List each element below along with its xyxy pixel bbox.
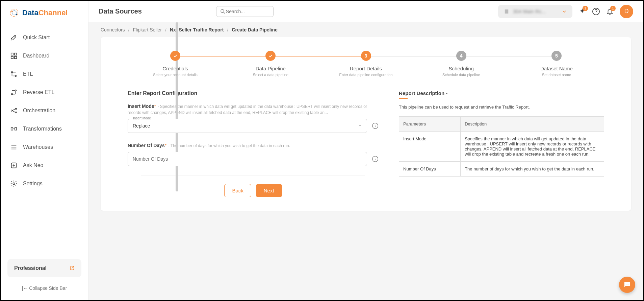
field-label: Insert Mode* <box>128 103 156 109</box>
description-heading: Report Description - <box>399 90 604 96</box>
content-card: Credentials Select your account details … <box>101 37 631 211</box>
sidebar-item-warehouses[interactable]: Warehouses <box>1 138 88 156</box>
sidebar-label: Warehouses <box>23 144 53 150</box>
brand-logo[interactable]: DataChannel <box>1 7 88 25</box>
svg-rect-5 <box>15 53 17 55</box>
sidebar-label: Orchestration <box>23 108 55 114</box>
sidebar-label: ETL <box>23 71 33 77</box>
sidebar-label: Reverse ETL <box>23 89 54 95</box>
heading-underline <box>399 98 408 99</box>
collapse-sidebar[interactable]: |← Collapse Side Bar <box>1 283 88 294</box>
logo-icon <box>9 7 20 18</box>
help-button[interactable] <box>592 7 600 16</box>
svg-point-13 <box>16 108 17 110</box>
plan-badge[interactable]: Professional <box>7 259 81 277</box>
svg-point-9 <box>15 75 17 77</box>
step-report-details[interactable]: 3 Report Details Enter data pipeline con… <box>318 51 413 77</box>
parameters-table: Parameters Description Insert Mode Speci… <box>399 116 604 177</box>
etl-icon <box>10 70 18 78</box>
page-title: Data Sources <box>99 7 142 15</box>
sidebar-item-transformations[interactable]: Transformations <box>1 120 88 138</box>
svg-point-12 <box>11 110 12 111</box>
org-selector[interactable]: 304 Main Rc... <box>498 5 572 18</box>
select-value: Replace <box>133 123 150 129</box>
svg-point-11 <box>11 94 13 95</box>
svg-rect-16 <box>15 128 17 130</box>
breadcrumb-item: Create Data Pipeline <box>232 27 277 32</box>
avatar[interactable]: D <box>620 5 633 18</box>
scroll-indicator[interactable] <box>176 22 178 191</box>
table-row: Insert Mode Specifies the manner in whic… <box>399 132 604 162</box>
collapse-icon: |← <box>22 285 28 291</box>
search-icon <box>220 8 226 15</box>
plan-label: Professional <box>14 265 47 271</box>
chevron-down-icon <box>562 9 567 14</box>
sidebar-item-reverse-etl[interactable]: Reverse ETL <box>1 83 88 101</box>
step-data-pipeline[interactable]: Data Pipeline Select a data pipeline <box>223 51 318 77</box>
svg-rect-15 <box>11 128 13 130</box>
svg-point-18 <box>13 183 15 185</box>
svg-point-24 <box>626 284 626 284</box>
step-dataset-name[interactable]: 5 Dataset Name Set dataset name <box>509 51 604 77</box>
number-of-days-input[interactable] <box>128 152 367 166</box>
sparkle-button[interactable]: 1 <box>578 8 586 15</box>
search-box[interactable] <box>216 6 274 17</box>
field-insert-mode: Insert Mode* - Specifies the manner in w… <box>128 103 379 133</box>
sidebar: DataChannel Quick Start Dashboard ETL Re… <box>1 1 88 300</box>
gear-icon <box>10 180 18 187</box>
field-number-of-days: Number Of Days* - The number of days for… <box>128 142 379 166</box>
sidebar-item-settings[interactable]: Settings <box>1 175 88 193</box>
svg-point-25 <box>627 284 627 284</box>
search-input[interactable] <box>226 9 285 14</box>
ask-neo-icon <box>10 162 18 169</box>
notifications-button[interactable]: 1 <box>606 8 614 15</box>
field-label: Number Of Days* <box>128 143 166 148</box>
svg-point-3 <box>16 14 17 15</box>
dropdown-arrow-icon <box>358 124 362 128</box>
step-scheduling[interactable]: 4 Scheduling Schedule data pipeline <box>414 51 509 77</box>
sidebar-item-ask-neo[interactable]: Ask Neo <box>1 156 88 175</box>
svg-point-0 <box>10 9 18 17</box>
info-icon[interactable] <box>372 122 379 129</box>
org-name: 304 Main Rc... <box>513 8 558 14</box>
table-header: Parameters <box>399 117 461 132</box>
form-heading: Enter Report Configuration <box>128 90 379 96</box>
next-button[interactable]: Next <box>256 184 282 197</box>
insert-mode-select[interactable]: Replace <box>128 119 367 133</box>
step-credentials[interactable]: Credentials Select your account details <box>128 51 223 77</box>
rocket-icon <box>10 34 18 41</box>
svg-rect-4 <box>11 53 13 55</box>
sidebar-item-quick-start[interactable]: Quick Start <box>1 28 88 47</box>
reverse-etl-icon <box>10 89 18 96</box>
description-text: This pipeline can be used to request and… <box>399 105 604 110</box>
floating-label: Insert Mode <box>132 116 152 120</box>
sparkle-badge: 1 <box>583 6 588 11</box>
breadcrumb-item[interactable]: Flipkart Seller <box>133 27 162 32</box>
info-icon[interactable] <box>372 156 379 162</box>
warehouses-icon <box>10 143 18 151</box>
svg-point-2 <box>11 10 13 12</box>
brand-text: DataChannel <box>22 8 68 17</box>
sidebar-item-orchestration[interactable]: Orchestration <box>1 101 88 120</box>
svg-point-8 <box>11 72 13 73</box>
table-header: Description <box>461 117 604 132</box>
sidebar-item-dashboard[interactable]: Dashboard <box>1 47 88 65</box>
transformations-icon <box>10 125 18 133</box>
svg-point-10 <box>15 90 17 91</box>
chat-fab[interactable] <box>619 277 635 293</box>
back-button[interactable]: Back <box>224 184 251 197</box>
breadcrumb-item[interactable]: Connectors <box>101 27 125 32</box>
sidebar-label: Ask Neo <box>23 162 43 168</box>
sidebar-item-etl[interactable]: ETL <box>1 65 88 83</box>
divider <box>141 176 365 176</box>
notifications-badge: 1 <box>610 6 616 11</box>
field-help: - Specifies the manner in which data wil… <box>128 104 367 115</box>
breadcrumb: Connectors/ Flipkart Seller/ Nxt Seller … <box>88 22 643 37</box>
svg-point-26 <box>628 284 628 284</box>
svg-rect-7 <box>15 56 17 59</box>
dashboard-icon <box>10 52 18 60</box>
sidebar-label: Transformations <box>23 126 62 132</box>
table-row: Number Of Days The number of days for wh… <box>399 162 604 177</box>
sidebar-label: Quick Start <box>23 34 50 41</box>
sidebar-label: Dashboard <box>23 53 49 59</box>
